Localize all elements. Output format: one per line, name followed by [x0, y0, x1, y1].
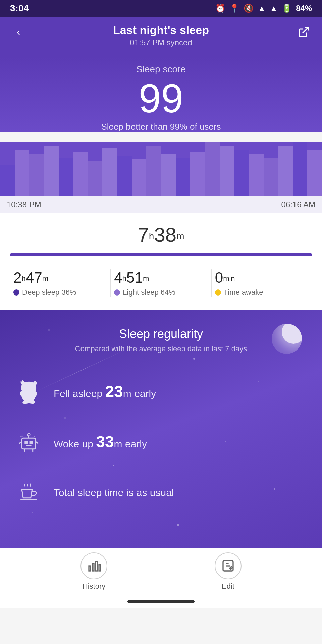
chart-bar: [190, 152, 205, 196]
svg-text:?: ?: [33, 435, 35, 438]
chart-bar: [59, 158, 73, 196]
chart-bar: [220, 146, 234, 196]
history-label: History: [83, 582, 105, 591]
svg-line-0: [303, 28, 308, 33]
bottom-navigation: History Edit: [0, 548, 322, 595]
status-icons: ⏰ 📍 🔇 ▲ ▲ 🔋 84%: [215, 4, 312, 13]
home-indicator: [0, 595, 322, 608]
duration-hours: 7: [138, 224, 149, 246]
woke-up-text: Woke up 33m early: [54, 432, 147, 452]
sleep-chart: [0, 142, 322, 196]
status-time: 3:04: [10, 3, 29, 14]
sleep-duration: 7h38m: [10, 223, 312, 247]
regularity-section: Sleep regularity Compared with the avera…: [0, 310, 322, 548]
total-sleep-item: Total sleep time is as usual: [13, 477, 309, 507]
svg-rect-17: [99, 565, 101, 571]
light-sleep-label: Light sleep 64%: [123, 288, 175, 297]
regularity-title: Sleep regularity: [13, 327, 309, 341]
deep-sleep-label: Deep sleep 36%: [22, 288, 76, 297]
coffee-icon: [13, 477, 44, 507]
light-sleep-stat: 4h51m Light sleep 64%: [111, 269, 211, 297]
share-button[interactable]: [295, 23, 312, 40]
deep-sleep-dot: [13, 289, 19, 296]
awake-label: Time awake: [224, 288, 263, 297]
minutes-label: m: [176, 231, 184, 241]
chart-bar: [176, 158, 191, 196]
chart-bar: [73, 152, 88, 196]
battery-icon: 🔋: [282, 4, 292, 13]
chart-bar: [0, 165, 15, 196]
svg-rect-4: [26, 445, 31, 446]
nav-history[interactable]: History: [80, 552, 107, 591]
deep-sleep-stat: 2h47m Deep sleep 36%: [10, 269, 111, 297]
nav-edit[interactable]: Edit: [215, 552, 241, 591]
duration-section: 7h38m 2h47m Deep sleep 36% 4h51m Light s…: [0, 213, 322, 310]
chart-bar: [15, 150, 30, 196]
mute-icon: 🔇: [244, 4, 254, 13]
awake-stat: 0min Time awake: [212, 269, 312, 297]
time-labels: 10:38 PM 06:16 AM: [0, 196, 322, 213]
chart-bar: [44, 146, 59, 196]
svg-rect-14: [89, 566, 91, 571]
woke-up-item: 0# ? Woke up 33m early: [13, 427, 309, 457]
score-comparison: Sleep better than 99% of users: [10, 122, 312, 132]
home-bar: [127, 600, 195, 603]
svg-rect-1: [22, 438, 36, 449]
chart-bar: [102, 148, 117, 196]
chart-bar: [132, 159, 147, 196]
svg-text:0#: 0#: [20, 435, 24, 438]
page-title: Last night's sleep: [27, 23, 295, 37]
chart-bar: [293, 142, 308, 196]
chart-bar: [88, 161, 103, 196]
wifi-icon: ▲: [258, 4, 266, 13]
back-button[interactable]: ‹: [10, 23, 27, 40]
status-bar: 3:04 ⏰ 📍 🔇 ▲ ▲ 🔋 84%: [0, 0, 322, 17]
chart-bar: [205, 142, 220, 196]
sleep-score: 99: [10, 78, 312, 118]
fell-asleep-text: Fell asleep 23m early: [54, 381, 156, 402]
chart-bar: [264, 158, 278, 196]
sleep-end-time: 06:16 AM: [281, 200, 315, 209]
deep-sleep-duration: 2h47m: [13, 269, 107, 286]
chart-bar: [234, 150, 249, 196]
chart-bar: [161, 154, 176, 196]
svg-rect-2: [24, 441, 28, 444]
awake-duration: 0min: [215, 269, 309, 286]
sleep-start-time: 10:38 PM: [7, 200, 41, 209]
sync-time: 01:57 PM synced: [27, 38, 295, 47]
duration-minutes: 38: [154, 224, 176, 246]
svg-rect-16: [96, 561, 97, 571]
regularity-subtitle: Compared with the average sleep data in …: [13, 344, 309, 353]
battery-percent: 84%: [296, 4, 312, 13]
chart-bar: [29, 154, 44, 196]
chart-bar: [117, 156, 132, 196]
edit-icon: [215, 552, 241, 579]
chart-bar: [278, 146, 293, 196]
score-section: Sleep score 99 Sleep better than 99% of …: [0, 57, 322, 132]
signal-icon: ▲: [270, 4, 278, 13]
svg-rect-3: [29, 441, 33, 444]
light-sleep-duration: 4h51m: [114, 269, 208, 286]
hours-label: h: [149, 231, 154, 241]
owl-icon: 🦉: [13, 377, 44, 407]
chart-bar: [146, 146, 161, 196]
sleep-stats: 2h47m Deep sleep 36% 4h51m Light sleep 6…: [10, 266, 312, 304]
light-sleep-dot: [114, 289, 120, 296]
edit-label: Edit: [222, 582, 234, 591]
history-icon: [80, 552, 107, 579]
chart-bar: [307, 150, 322, 196]
awake-dot: [215, 289, 221, 296]
location-icon: 📍: [229, 4, 239, 13]
robot-icon: 0# ?: [13, 427, 44, 457]
header-center: Last night's sleep 01:57 PM synced: [27, 23, 295, 47]
fell-asleep-item: 🦉 Fell asleep 23m early: [13, 377, 309, 407]
header: ‹ Last night's sleep 01:57 PM synced: [0, 17, 322, 57]
total-sleep-text: Total sleep time is as usual: [54, 486, 174, 499]
score-label: Sleep score: [10, 64, 312, 75]
svg-rect-15: [92, 564, 94, 571]
duration-progress-bar: [10, 253, 312, 256]
chart-bar: [249, 154, 264, 196]
alarm-icon: ⏰: [215, 4, 225, 13]
